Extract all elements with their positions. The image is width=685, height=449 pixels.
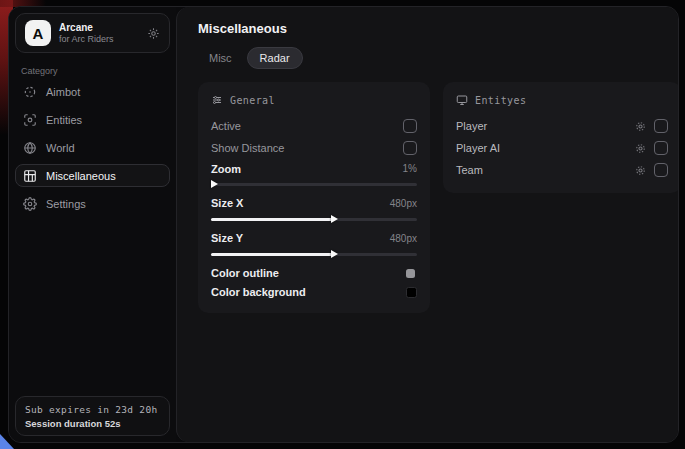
general-panel-header: General [211,94,417,106]
sliders-icon [211,94,223,106]
show-distance-checkbox[interactable] [403,141,417,155]
player-checkbox[interactable] [654,119,668,133]
sidebar-item-world[interactable]: World [15,136,170,159]
color-background-swatch[interactable] [406,287,417,298]
general-panel-title: General [230,95,275,106]
scan-icon [23,113,37,127]
crosshair-icon [23,85,37,99]
entities-panel: Entityes Player P [443,82,679,193]
slider-thumb[interactable] [331,215,338,223]
app-name: Arcane [59,22,139,34]
slider-thumb[interactable] [331,250,338,258]
entities-panel-title: Entityes [475,95,526,106]
color-outline-swatch[interactable] [406,269,415,278]
setting-row-size-y: Size Y 480px [211,228,417,248]
app-logo: A [25,20,51,46]
setting-label: Color outline [211,267,279,279]
subscription-card: Sub expires in 23d 20h Session duration … [15,396,170,436]
setting-value: 480px [390,233,417,244]
globe-icon [23,141,37,155]
entity-row-team: Team [456,159,668,181]
setting-row-color-background: Color background [211,283,417,301]
size-x-slider[interactable] [211,214,417,224]
setting-row-size-x: Size X 480px [211,193,417,213]
app-meta: Arcane for Arc Riders [59,22,139,44]
sidebar-item-entities[interactable]: Entities [15,108,170,131]
sidebar-item-label: Settings [46,198,86,210]
player-ai-checkbox[interactable] [654,141,668,155]
gear-icon[interactable] [635,143,646,154]
slider-thumb[interactable] [211,180,218,188]
slider-track [211,183,417,186]
gear-icon[interactable] [635,165,646,176]
entity-row-player-ai: Player AI [456,137,668,159]
zoom-slider[interactable] [211,179,417,189]
sidebar-nav: Aimbot Entities World [15,80,170,215]
setting-value: 480px [390,198,417,209]
setting-value: 1% [403,163,417,174]
entity-row-player: Player [456,115,668,137]
entity-label: Team [456,164,483,176]
setting-label: Active [211,120,241,132]
setting-label: Color background [211,286,306,298]
active-checkbox[interactable] [403,119,417,133]
main-content: Miscellaneous Misc Radar Gene [176,7,679,442]
grid-icon [23,169,37,183]
team-checkbox[interactable] [654,163,668,177]
gear-icon[interactable] [147,27,160,40]
general-panel: General Active Show Distance Zoom 1% [198,82,430,313]
sidebar-item-aimbot[interactable]: Aimbot [15,80,170,103]
setting-row-show-distance: Show Distance [211,137,417,159]
setting-label: Size Y [211,232,243,244]
app-window: A Arcane for Arc Riders Category [8,6,679,443]
sub-expiry-text: Sub expires in 23d 20h [25,404,160,415]
sidebar-item-miscellaneous[interactable]: Miscellaneous [15,164,170,187]
sidebar: A Arcane for Arc Riders Category [9,7,176,442]
entities-panel-header: Entityes [456,94,668,106]
setting-label: Show Distance [211,142,284,154]
sidebar-item-settings[interactable]: Settings [15,192,170,215]
setting-row-color-outline: Color outline [211,263,417,283]
setting-row-zoom: Zoom 1% [211,159,417,178]
entity-label: Player [456,120,487,132]
sidebar-item-label: Miscellaneous [46,170,116,182]
tab-misc[interactable]: Misc [198,48,243,68]
monitor-icon [456,94,468,106]
tab-radar[interactable]: Radar [247,47,303,69]
setting-row-active: Active [211,115,417,137]
size-y-slider[interactable] [211,249,417,259]
app-subtitle: for Arc Riders [59,34,139,44]
sidebar-item-label: Entities [46,114,82,126]
slider-fill [211,253,333,256]
app-header-card: A Arcane for Arc Riders [15,13,170,53]
sidebar-item-label: World [46,142,75,154]
session-duration-text: Session duration 52s [25,418,160,429]
setting-label: Zoom [211,163,241,175]
gear-icon [23,197,37,211]
page-title: Miscellaneous [198,21,679,36]
sidebar-item-label: Aimbot [46,86,80,98]
tab-bar: Misc Radar [198,47,679,69]
entity-label: Player AI [456,142,500,154]
gear-icon[interactable] [635,121,646,132]
setting-label: Size X [211,197,243,209]
category-label: Category [21,66,170,76]
slider-fill [211,218,333,221]
panels-row: General Active Show Distance Zoom 1% [198,82,679,313]
